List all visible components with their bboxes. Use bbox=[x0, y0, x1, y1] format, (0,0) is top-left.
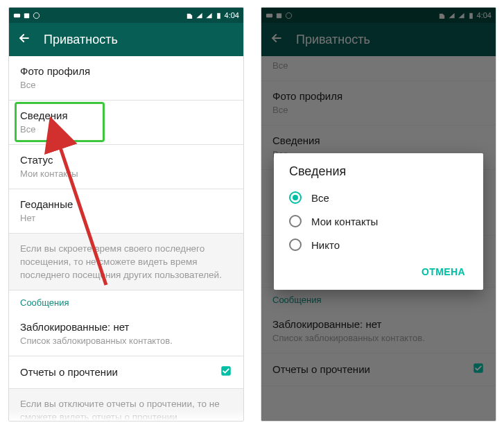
section-messages: Сообщения bbox=[9, 290, 243, 312]
radio-option-everyone[interactable]: Все bbox=[279, 186, 478, 209]
toolbar: Приватность bbox=[9, 23, 243, 56]
setting-title: Геоданные bbox=[20, 198, 232, 211]
back-icon[interactable] bbox=[17, 31, 31, 49]
radio-label: Все bbox=[311, 192, 329, 204]
phone-right: 4:04 Приватность Все Фото профиля Все Св… bbox=[261, 7, 496, 422]
radio-icon bbox=[289, 191, 302, 204]
svg-marker-4 bbox=[196, 12, 202, 17]
setting-blocked[interactable]: Заблокированные: нет Список заблокирован… bbox=[9, 312, 243, 356]
radio-label: Мои контакты bbox=[311, 216, 378, 227]
svg-rect-0 bbox=[14, 13, 20, 17]
setting-sub: Все bbox=[20, 123, 232, 136]
cancel-button[interactable]: ОТМЕНА bbox=[415, 261, 472, 283]
svg-point-2 bbox=[33, 12, 39, 18]
setting-about[interactable]: Сведения Все bbox=[9, 101, 243, 145]
setting-sub: Список заблокированных контактов. bbox=[20, 335, 232, 347]
phone-left: 4:04 Приватность Фото профиля Все Сведен… bbox=[8, 7, 244, 422]
svg-marker-3 bbox=[186, 13, 191, 18]
calendar-icon bbox=[23, 12, 31, 19]
setting-sub: Все bbox=[20, 79, 232, 92]
radio-icon bbox=[289, 215, 302, 227]
youtube-icon bbox=[13, 12, 21, 19]
battery-icon bbox=[215, 12, 223, 19]
radio-label: Никто bbox=[311, 239, 340, 251]
setting-sub: Мои контакты bbox=[20, 168, 232, 180]
wifi-icon bbox=[205, 12, 213, 19]
about-dialog: Сведения Все Мои контакты Никто ОТМЕНА bbox=[274, 153, 483, 290]
sim-icon bbox=[186, 12, 193, 19]
setting-photo[interactable]: Фото профиля Все bbox=[9, 56, 243, 101]
status-time: 4:04 bbox=[225, 11, 239, 19]
svg-marker-5 bbox=[206, 12, 211, 17]
radio-option-nobody[interactable]: Никто bbox=[279, 233, 478, 257]
setting-title: Сведения bbox=[20, 109, 232, 123]
page-title: Приватность bbox=[44, 33, 118, 47]
signal-icon bbox=[195, 12, 203, 19]
setting-title: Фото профиля bbox=[20, 64, 232, 78]
whatsapp-icon bbox=[33, 12, 40, 19]
setting-geo[interactable]: Геоданные Нет bbox=[9, 189, 243, 234]
setting-status[interactable]: Статус Мои контакты bbox=[9, 145, 243, 189]
status-bar: 4:04 bbox=[9, 8, 243, 23]
settings-list: Фото профиля Все Сведения Все Статус Мои… bbox=[9, 56, 243, 422]
radio-option-contacts[interactable]: Мои контакты bbox=[279, 209, 478, 233]
setting-title: Статус bbox=[20, 153, 232, 167]
svg-rect-1 bbox=[24, 13, 29, 18]
setting-title: Заблокированные: нет bbox=[20, 320, 232, 334]
setting-read-receipts[interactable]: Отчеты о прочтении bbox=[9, 356, 243, 389]
dialog-title: Сведения bbox=[279, 164, 478, 186]
info-last-seen: Если вы скроете время своего последнего … bbox=[9, 234, 243, 290]
svg-rect-6 bbox=[217, 12, 220, 18]
checkbox-icon[interactable] bbox=[220, 365, 232, 380]
radio-icon bbox=[289, 238, 302, 251]
setting-title: Отчеты о прочтении bbox=[20, 365, 220, 379]
setting-sub: Нет bbox=[20, 212, 232, 225]
